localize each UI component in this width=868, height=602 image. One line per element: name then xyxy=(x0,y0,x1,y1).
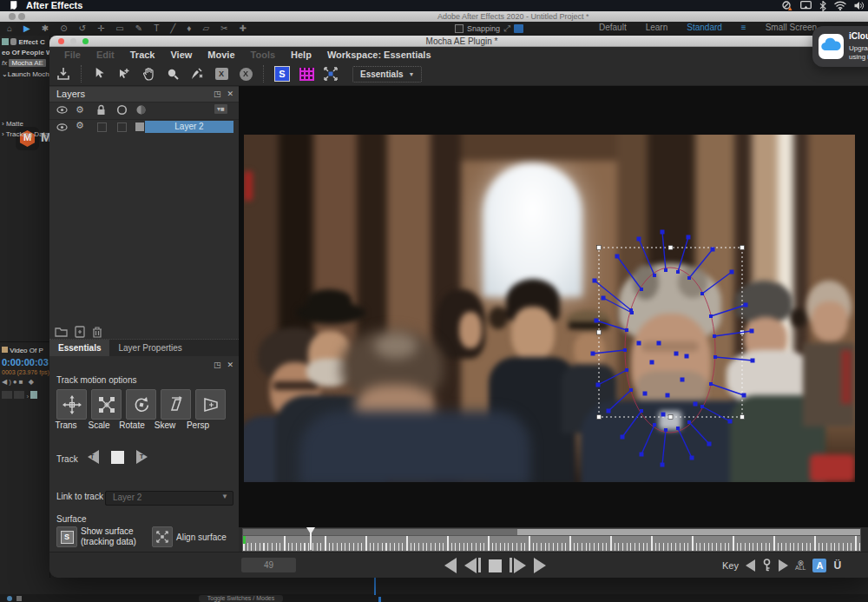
puppet-tool-icon[interactable]: ✚ xyxy=(240,23,247,35)
panel-close-icon[interactable]: ✕ xyxy=(227,361,233,369)
layer-color-swatch[interactable] xyxy=(135,122,144,131)
snapping-checkbox[interactable] xyxy=(455,24,464,33)
workspace-tab-standard[interactable]: Standard xyxy=(687,23,722,32)
uberkey-button[interactable]: Ü xyxy=(833,559,841,572)
layer-switch-row[interactable]: › xyxy=(2,391,37,400)
track-backwards-button[interactable]: T xyxy=(88,450,99,464)
ae-bottom-icon[interactable] xyxy=(7,596,12,601)
play-backwards-button[interactable] xyxy=(444,558,457,573)
menu-tools[interactable]: Tools xyxy=(243,50,284,60)
panel-float-icon[interactable]: ◳ xyxy=(214,89,221,98)
mask-ellipse-tool-icon[interactable]: X xyxy=(236,65,255,83)
pan-tool-icon[interactable] xyxy=(139,65,158,83)
viewport[interactable] xyxy=(239,86,868,527)
zoom-tool-icon[interactable]: ⊙ xyxy=(60,23,67,35)
layer-name[interactable]: Layer 2 xyxy=(145,121,233,133)
layer-row[interactable]: ⚙ Layer 2 xyxy=(49,120,239,134)
menu-file[interactable]: File xyxy=(56,50,89,60)
type-tool-icon[interactable]: T xyxy=(154,23,159,35)
workspace-tab-small-screen[interactable]: Small Screen xyxy=(766,23,817,32)
effect-name[interactable]: Mocha AE xyxy=(9,59,45,67)
hand-tool-icon[interactable]: ✱ xyxy=(42,23,49,35)
rotate-button[interactable] xyxy=(126,389,156,420)
zoom-tool-icon[interactable] xyxy=(163,65,182,83)
tracking-overlay[interactable] xyxy=(244,135,855,482)
orbit-tool-icon[interactable]: ↺ xyxy=(79,23,86,35)
menu-edit[interactable]: Edit xyxy=(89,50,122,60)
next-keyframe-button[interactable] xyxy=(779,559,788,572)
layer-lock-checkbox[interactable] xyxy=(97,122,107,132)
all-keyframes-button[interactable]: ⊗ALL xyxy=(795,560,806,571)
menu-track[interactable]: Track xyxy=(122,50,163,60)
apple-menu-icon[interactable] xyxy=(10,1,19,10)
add-point-tool-icon[interactable] xyxy=(115,65,134,83)
blue-doc-icon[interactable] xyxy=(514,24,523,33)
autokey-button[interactable]: A xyxy=(812,559,826,572)
visibility-column-icon[interactable] xyxy=(56,104,68,116)
workspace-menu-icon[interactable]: ≡ xyxy=(741,23,746,32)
tab-essentials[interactable]: Essentials xyxy=(49,340,109,356)
layer-options-icon[interactable]: ▾■ xyxy=(214,104,227,114)
save-icon[interactable] xyxy=(54,65,73,83)
mask-rect-tool-icon[interactable]: X xyxy=(212,65,231,83)
pen-tool-icon[interactable] xyxy=(187,65,207,83)
scale-button[interactable] xyxy=(91,389,122,420)
skew-button[interactable] xyxy=(161,389,191,420)
prev-keyframe-button[interactable] xyxy=(746,559,755,572)
label-color-swatch[interactable] xyxy=(30,391,37,399)
play-forwards-button[interactable] xyxy=(534,558,546,573)
tab-layer-properties[interactable]: Layer Properties xyxy=(109,340,190,356)
wifi-icon[interactable] xyxy=(834,1,846,10)
new-folder-icon[interactable] xyxy=(55,326,68,337)
effect-controls-tab[interactable]: Effect C xyxy=(2,38,45,46)
layer-track-icon[interactable]: ⚙ xyxy=(76,120,84,131)
rotobrush-tool-icon[interactable]: ✂ xyxy=(220,23,227,35)
timeline-ruler[interactable] xyxy=(242,535,861,552)
toolbar-workspace-select[interactable]: Essentials ▼ xyxy=(352,66,422,83)
trans-button[interactable] xyxy=(56,389,87,420)
workspace-tab-learn[interactable]: Learn xyxy=(646,23,668,32)
toggle-switches-button[interactable]: Toggle Switches / Modes xyxy=(199,595,283,602)
delete-layer-icon[interactable] xyxy=(92,326,102,338)
workspace-tab-default[interactable]: Default xyxy=(599,23,627,32)
launch-mocha-row[interactable]: ⌄Launch Moch xyxy=(2,70,49,78)
mocha-titlebar[interactable]: Mocha AE Plugin * xyxy=(49,36,868,47)
step-forward-button[interactable] xyxy=(510,558,526,573)
ae-cti-line[interactable] xyxy=(374,578,376,595)
show-grid-icon[interactable] xyxy=(297,65,316,83)
ae-bottom-icon[interactable] xyxy=(16,596,22,601)
pan-behind-tool-icon[interactable]: ✛ xyxy=(97,23,104,35)
menu-help[interactable]: Help xyxy=(283,50,319,60)
key-icon[interactable] xyxy=(762,559,772,572)
show-surface-button[interactable]: S xyxy=(56,526,77,547)
align-surface-button[interactable] xyxy=(152,526,173,547)
av-feature-icons[interactable]: ◀)●■ ◆ xyxy=(2,378,36,386)
tracking-data-row[interactable]: › Tracking Data xyxy=(2,130,49,138)
link-to-track-select[interactable]: Layer 2 ▼ xyxy=(105,491,233,506)
switch-cell[interactable] xyxy=(2,391,12,399)
matte-column-icon[interactable] xyxy=(116,104,128,116)
select-tool-icon[interactable] xyxy=(90,65,109,83)
align-surface-icon[interactable] xyxy=(321,65,340,83)
pen-tool-icon[interactable]: ✎ xyxy=(135,23,142,35)
menu-movie[interactable]: Movie xyxy=(200,50,242,60)
app-alert-icon[interactable] xyxy=(782,1,792,11)
duplicate-layer-icon[interactable] xyxy=(75,326,85,338)
lock-column-icon[interactable] xyxy=(96,104,106,116)
current-frame-field[interactable]: 49 xyxy=(241,558,296,572)
menu-workspace[interactable]: Workspace: Essentials xyxy=(319,50,439,60)
layer-visibility-icon[interactable] xyxy=(56,122,68,133)
volume-icon[interactable] xyxy=(854,1,865,10)
persp-button[interactable] xyxy=(195,389,226,420)
active-app-name[interactable]: After Effects xyxy=(26,0,82,11)
bluetooth-icon[interactable] xyxy=(819,1,826,11)
current-timecode[interactable]: 0:00:00:03 xyxy=(2,357,49,367)
matte-row[interactable]: › Matte xyxy=(2,120,23,128)
track-forwards-button[interactable]: T xyxy=(136,450,148,464)
playhead-head[interactable] xyxy=(306,527,315,534)
stamp-tool-icon[interactable]: ♦ xyxy=(187,23,191,35)
panel-close-icon[interactable]: ✕ xyxy=(227,89,233,98)
clip-row[interactable]: Video Of P xyxy=(2,347,43,354)
layer-matte-checkbox[interactable] xyxy=(117,122,127,132)
shape-tool-icon[interactable]: ▭ xyxy=(115,23,123,35)
